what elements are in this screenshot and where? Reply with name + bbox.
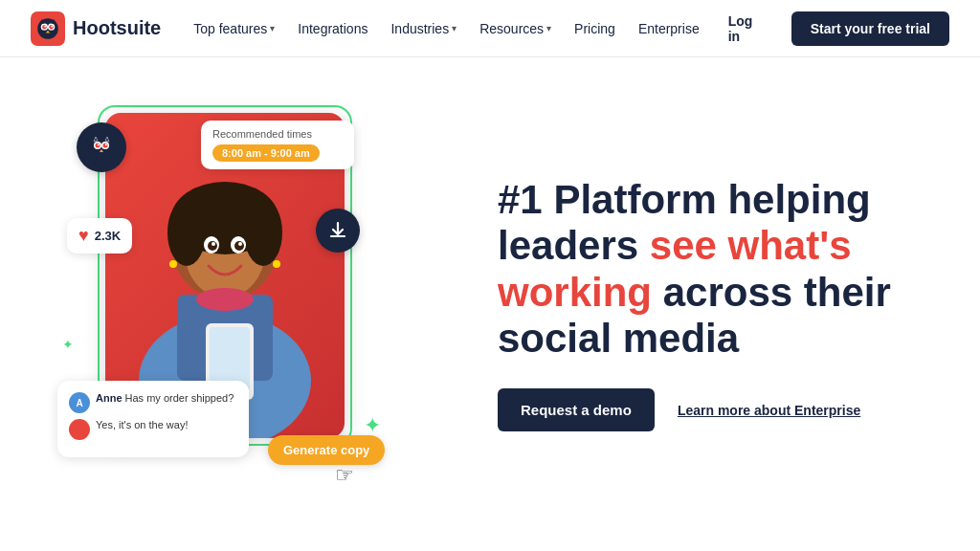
hootsuite-owl-badge: [77, 122, 126, 172]
recommended-times-card: Recommended times 8:00 am - 9:00 am: [201, 121, 354, 169]
chat-bubble-reply: Yes, it's on the way!: [96, 419, 188, 430]
chat-bubble-question: Anne Has my order shipped?: [96, 392, 234, 404]
sparkle-decoration-3: ✦: [62, 337, 74, 352]
svg-point-16: [244, 199, 282, 266]
download-button: [316, 209, 360, 253]
svg-point-20: [196, 288, 254, 311]
nav-item-enterprise[interactable]: Enterprise: [629, 15, 709, 42]
svg-point-7: [51, 25, 53, 27]
learn-more-enterprise-button[interactable]: Learn more about Enterprise: [678, 403, 860, 418]
likes-badge: ♥ 2.3K: [67, 218, 132, 253]
recommended-times-label: Recommended times: [212, 128, 343, 140]
svg-point-39: [75, 425, 84, 434]
owl-icon: [87, 133, 116, 162]
chevron-down-icon: ▾: [452, 23, 457, 33]
svg-point-26: [238, 242, 242, 246]
svg-point-27: [169, 260, 177, 268]
svg-point-33: [103, 143, 108, 148]
svg-point-4: [42, 24, 47, 29]
hero-right-content: #1 Platform helping leaders see what's w…: [479, 177, 923, 431]
hero-illustration: Recommended times 8:00 am - 9:00 am ♥ 2.…: [57, 94, 440, 515]
request-demo-button[interactable]: Request a demo: [498, 388, 655, 431]
logo[interactable]: Hootsuite: [31, 11, 161, 46]
svg-point-35: [105, 143, 107, 145]
chat-avatar-user: A: [69, 392, 90, 413]
chat-avatar-bot: [69, 419, 90, 440]
heart-icon: ♥: [78, 226, 89, 246]
svg-point-32: [96, 143, 100, 148]
svg-point-15: [167, 199, 206, 266]
hero-actions: Request a demo Learn more about Enterpri…: [498, 388, 923, 431]
nav-actions: Log in Start your free trial: [717, 6, 949, 52]
chevron-down-icon: ▾: [270, 23, 275, 33]
svg-point-5: [49, 24, 54, 29]
nav-item-resources[interactable]: Resources ▾: [470, 15, 561, 42]
generate-copy-button[interactable]: Generate copy: [268, 435, 385, 465]
nav-item-integrations[interactable]: Integrations: [288, 15, 377, 42]
login-button[interactable]: Log in: [717, 6, 776, 52]
logo-text: Hootsuite: [73, 17, 161, 39]
hero-section: Recommended times 8:00 am - 9:00 am ♥ 2.…: [0, 57, 980, 551]
nav-item-top-features[interactable]: Top features ▾: [184, 15, 284, 42]
likes-count: 2.3K: [95, 229, 121, 243]
download-icon: [327, 220, 348, 241]
chat-box: A Anne Has my order shipped? Yes, it's o…: [57, 381, 249, 457]
svg-point-29: [89, 135, 114, 160]
chat-message-row: A Anne Has my order shipped?: [69, 392, 237, 413]
nav-items: Top features ▾ Integrations Industries ▾…: [184, 15, 708, 42]
navbar: Hootsuite Top features ▾ Integrations In…: [0, 0, 980, 57]
chevron-down-icon: ▾: [546, 23, 551, 33]
nav-item-pricing[interactable]: Pricing: [565, 15, 625, 42]
svg-point-6: [44, 25, 46, 27]
start-free-trial-button[interactable]: Start your free trial: [791, 11, 949, 46]
hootsuite-logo-icon: [31, 11, 65, 46]
chat-reply-row: Yes, it's on the way!: [69, 419, 237, 440]
svg-point-25: [212, 242, 215, 246]
hero-headline: #1 Platform helping leaders see what's w…: [498, 177, 923, 362]
svg-point-34: [98, 143, 100, 145]
cursor-icon: ☞: [335, 463, 354, 488]
svg-point-28: [273, 260, 280, 268]
nav-item-industries[interactable]: Industries ▾: [381, 15, 466, 42]
recommended-times-value: 8:00 am - 9:00 am: [212, 144, 320, 162]
svg-point-1: [37, 18, 58, 39]
